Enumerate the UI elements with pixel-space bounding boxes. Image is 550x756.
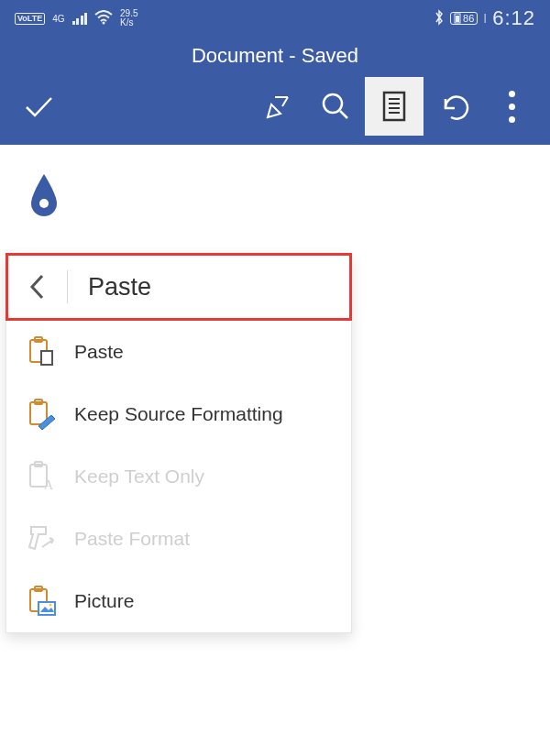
network-speed: 29.5 K/s: [120, 9, 138, 27]
keep-text-only-icon: A: [25, 460, 58, 493]
paste-icon: [25, 335, 58, 368]
menu-item-keep-text-only: A Keep Text Only: [6, 445, 351, 508]
svg-point-3: [324, 94, 342, 113]
edit-pen-button[interactable]: [248, 77, 306, 136]
clock: 6:12: [492, 6, 535, 30]
menu-item-label: Paste: [74, 341, 124, 363]
app-header: VoLTE 4G 29.5 K/s 86 I 6:12 Doc: [0, 0, 550, 145]
search-button[interactable]: [306, 77, 365, 136]
svg-point-0: [103, 21, 105, 24]
svg-rect-12: [41, 351, 52, 365]
svg-point-21: [50, 604, 52, 607]
svg-rect-4: [384, 93, 404, 120]
svg-rect-2: [456, 16, 459, 22]
more-button[interactable]: [482, 77, 541, 136]
done-button[interactable]: [9, 77, 68, 136]
menu-item-paste-format: Paste Format: [6, 508, 351, 570]
wifi-icon: [94, 10, 113, 27]
signal-bars-icon: [72, 12, 88, 25]
panel-header: Paste: [6, 253, 352, 321]
menu-item-picture[interactable]: Picture: [6, 570, 351, 632]
undo-button[interactable]: [424, 77, 482, 136]
status-bar: VoLTE 4G 29.5 K/s 86 I 6:12: [0, 0, 550, 37]
back-button[interactable]: [8, 256, 67, 318]
status-left: VoLTE 4G 29.5 K/s: [15, 9, 138, 27]
svg-point-9: [39, 199, 49, 208]
panel-title: Paste: [68, 273, 349, 301]
toolbar: [0, 73, 550, 139]
menu-item-label: Keep Source Formatting: [74, 403, 283, 425]
status-right: 86 I 6:12: [434, 6, 535, 30]
network-type: 4G: [52, 14, 64, 24]
reading-view-button[interactable]: [365, 77, 424, 136]
keep-source-formatting-icon: [25, 398, 58, 431]
volte-indicator: VoLTE: [15, 13, 45, 25]
menu-item-keep-source-formatting[interactable]: Keep Source Formatting: [6, 383, 351, 445]
document-area: Paste Paste Keep Source Formatting A Kee…: [0, 145, 550, 246]
ink-droplet-icon[interactable]: [28, 172, 60, 218]
menu-item-paste[interactable]: Paste: [6, 321, 351, 383]
battery-indicator: 86: [450, 12, 478, 25]
svg-text:A: A: [44, 478, 54, 492]
menu-item-label: Picture: [74, 590, 134, 612]
menu-item-label: Keep Text Only: [74, 466, 204, 488]
picture-icon: [25, 585, 58, 618]
paste-format-icon: [25, 522, 58, 555]
paste-panel: Paste Paste Keep Source Formatting A Kee…: [6, 253, 352, 633]
document-title: Document - Saved: [0, 37, 550, 73]
bluetooth-icon: [434, 9, 445, 28]
menu-item-label: Paste Format: [74, 528, 190, 550]
